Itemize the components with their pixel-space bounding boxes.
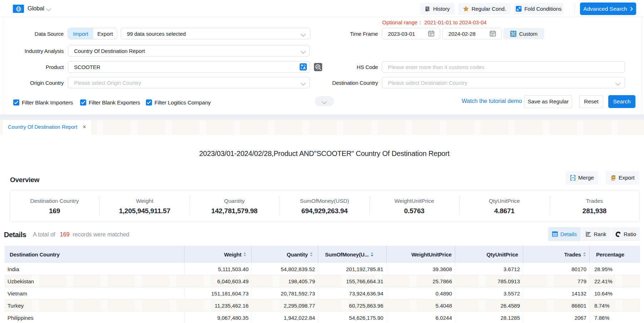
svg-text:A: A bbox=[303, 66, 306, 70]
